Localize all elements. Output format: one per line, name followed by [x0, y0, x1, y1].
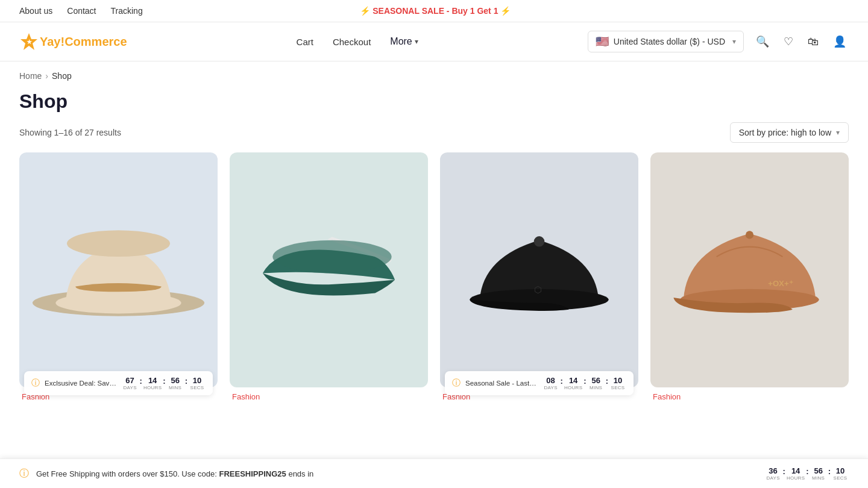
page-title: Shop [0, 86, 868, 122]
countdown-1: 67DAYS : 14HOURS : 56MINS : 10SECS [122, 376, 206, 390]
breadcrumb-separator: › [45, 71, 48, 81]
countdown-banner-3: ⓘ Seasonal Sale - Last Chance to Buy 1 G… [445, 371, 634, 395]
sort-chevron-icon: ▾ [836, 128, 840, 137]
more-label: More [390, 36, 412, 47]
product-image-2 [230, 152, 428, 387]
sale-banner: ⚡ SEASONAL SALE - Buy 1 Get 1 ⚡ [360, 6, 511, 16]
lightning-icon-left: ⚡ [360, 6, 370, 16]
top-bar-links: About us Contact Tracking [19, 6, 143, 16]
about-us-link[interactable]: About us [19, 6, 52, 16]
logo-star-icon: ★ [19, 32, 39, 51]
main-nav: Cart Checkout More ▾ [297, 36, 418, 47]
svg-text:+OX+⁺: +OX+⁺ [768, 279, 793, 288]
svg-point-7 [534, 236, 545, 247]
breadcrumb: Home › Shop [0, 61, 868, 86]
top-bar: About us Contact Tracking ⚡ SEASONAL SAL… [0, 0, 868, 22]
banner-info-icon-3: ⓘ [452, 378, 461, 389]
main-header: ★ Yay!Commerce Cart Checkout More ▾ 🇺🇸 U… [0, 22, 868, 61]
product-card-2[interactable]: Fashion [230, 152, 428, 402]
flag-icon: 🇺🇸 [596, 35, 609, 48]
svg-point-4 [67, 230, 170, 257]
more-chevron-icon: ▾ [415, 37, 418, 46]
tracking-link[interactable]: Tracking [111, 6, 143, 16]
more-dropdown[interactable]: More ▾ [390, 36, 418, 47]
svg-point-11 [746, 231, 753, 239]
search-button[interactable]: 🔍 [753, 33, 772, 51]
breadcrumb-home[interactable]: Home [19, 71, 42, 81]
countdown-banner-1: ⓘ Exclsusive Deal: Save 20% When You Bun… [24, 371, 213, 395]
product-category-4: Fashion [650, 387, 849, 402]
svg-text:⬡: ⬡ [534, 284, 542, 295]
currency-selector[interactable]: 🇺🇸 United States dollar ($) - USD ▾ [588, 31, 744, 52]
product-image-3: ⬡ [440, 152, 638, 387]
logo-text: Yay!Commerce [40, 35, 127, 49]
logo[interactable]: ★ Yay!Commerce [19, 32, 127, 51]
shop-toolbar: Showing 1–16 of 27 results Sort by price… [0, 122, 868, 152]
svg-point-5 [272, 240, 391, 274]
product-grid: ⓘ Exclsusive Deal: Save 20% When You Bun… [0, 152, 868, 402]
header-actions: 🇺🇸 United States dollar ($) - USD ▾ 🔍 ♡ … [588, 31, 849, 52]
svg-text:★: ★ [27, 39, 33, 45]
product-card-4[interactable]: +OX+⁺ Fashion [650, 152, 849, 402]
banner-info-icon-1: ⓘ [31, 378, 40, 389]
product-image-4: +OX+⁺ [650, 152, 849, 387]
countdown-3: 08DAYS : 14HOURS : 56MINS : 10SECS [542, 376, 626, 390]
banner-text-3: Seasonal Sale - Last Chance to Buy 1 Get… [465, 380, 538, 387]
product-card-1[interactable]: ⓘ Exclsusive Deal: Save 20% When You Bun… [19, 152, 218, 402]
product-card-3[interactable]: ⬡ ⓘ Seasonal Sale - Last Chance to Buy 1… [440, 152, 638, 402]
currency-label: United States dollar ($) - USD [614, 37, 725, 46]
account-button[interactable]: 👤 [831, 33, 849, 51]
product-category-2: Fashion [230, 387, 428, 402]
sort-dropdown[interactable]: Sort by price: high to low ▾ [730, 122, 849, 143]
product-image-1 [19, 152, 218, 387]
cart-nav-link[interactable]: Cart [297, 37, 313, 47]
checkout-nav-link[interactable]: Checkout [333, 37, 371, 47]
sale-text: SEASONAL SALE - Buy 1 Get 1 [373, 6, 498, 16]
currency-chevron-icon: ▾ [732, 37, 736, 46]
results-count: Showing 1–16 of 27 results [19, 128, 121, 137]
wishlist-button[interactable]: ♡ [781, 33, 796, 51]
sort-label: Sort by price: high to low [739, 128, 831, 137]
contact-link[interactable]: Contact [67, 6, 96, 16]
banner-text-1: Exclsusive Deal: Save 20% When You Bundl… [45, 380, 117, 387]
breadcrumb-current: Shop [52, 71, 72, 81]
lightning-icon-right: ⚡ [500, 6, 511, 16]
cart-button[interactable]: 🛍 [805, 33, 821, 51]
